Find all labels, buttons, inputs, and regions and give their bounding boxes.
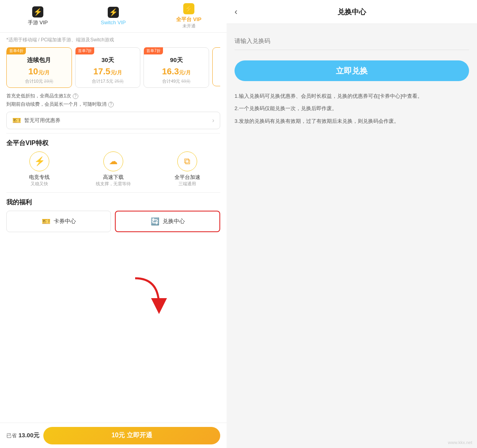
divider-1 [6,133,220,134]
my-benefits-title: 我的福利 [6,198,220,207]
note-text: *适用于移动端 / PC端加速手游、端游及Switch游戏 [6,37,220,43]
card-center-icon: 🎫 [42,217,50,226]
redeem-notes: 1.输入兑换码可兑换优惠券、会员时长权益，兑换的优惠券可在[卡券中心]中查看。 … [235,87,469,429]
download-desc: 线支撑，无需等待 [96,181,131,187]
plan-name-90: 90天 [147,56,206,64]
plan-price-90: 16.3元/月 [147,66,206,77]
feature-esports: ⚡ 电竞专线 又稳又快 [6,151,72,187]
info-line-2: 到期前自动续费，会员延长一个月，可随时取消 ? [6,101,220,108]
plan-card-overflow-hint [212,47,220,88]
redeem-center-icon: 🔄 [151,217,159,226]
coupon-arrow-icon: › [212,117,214,124]
spacer [6,238,220,258]
left-panel: ⚡ 手游 VIP ⚡ Switch VIP ⚡ 全平台 VIP 未开通 *适用于… [0,0,227,448]
tab-mobile-vip[interactable]: ⚡ 手游 VIP [0,0,76,32]
esports-name: 电竞专线 [29,174,50,181]
back-button[interactable]: ‹ [235,7,237,17]
right-header: ‹ 兑换中心 [227,0,477,24]
redeem-input-area [235,32,469,50]
bottom-bar: 已省 13.00元 10元 立即开通 [0,423,227,448]
redeem-center-btn[interactable]: 🔄 兑换中心 [115,211,220,232]
all-platform-label: 全平台 VIP [176,16,202,23]
plan-name-monthly: 连续包月 [10,56,68,64]
esports-icon: ⚡ [29,151,49,171]
download-name: 高速下载 [103,174,124,181]
tabs-bar: ⚡ 手游 VIP ⚡ Switch VIP ⚡ 全平台 VIP 未开通 [0,0,227,33]
plan-sub-monthly: 合计10元 23元 [10,78,68,84]
badge-monthly: 首单4折 [7,47,26,54]
plan-card-monthly[interactable]: 首单4折 连续包月 10元/月 合计10元 23元 [6,47,72,88]
right-panel: ‹ 兑换中心 立即兑换 1.输入兑换码可兑换优惠券、会员时长权益，兑换的优惠券可… [227,0,477,448]
feature-download: ☁ 高速下载 线支撑，无需等待 [80,151,146,187]
tab-all-platform-vip[interactable]: ⚡ 全平台 VIP 未开通 [151,0,227,32]
switch-vip-label: Switch VIP [101,19,126,25]
divider-2 [6,192,220,193]
redeem-center-label: 兑换中心 [163,218,185,225]
all-platform-icon: ⚡ [183,3,194,14]
redeem-note-1: 1.输入兑换码可兑换优惠券、会员时长权益，兑换的优惠券可在[卡券中心]中查看。 [235,91,469,101]
saved-info: 已省 13.00元 [6,432,39,439]
allplatform-desc: 三端通用 [178,181,196,187]
plan-cards: 首单4折 连续包月 10元/月 合计10元 23元 首单7折 30天 17.5元… [6,47,220,88]
info-line-1: 首充史低折扣，全商品生效1次 ? [6,93,220,99]
plan-sub-90: 合计49元 69元 [147,78,206,84]
plan-price-30: 17.5元/月 [79,66,137,77]
saved-label: 已省 [6,432,17,438]
coupon-text: 暂无可用优惠券 [24,117,212,124]
plan-price-monthly: 10元/月 [10,66,68,77]
coupon-icon: 🎫 [12,116,21,125]
benefits-row: 🎫 卡券中心 🔄 兑换中心 [6,211,220,232]
allplatform-name: 全平台加速 [175,174,200,181]
feature-allplatform: ⧉ 全平台加速 三端通用 [154,151,220,187]
card-center-btn[interactable]: 🎫 卡券中心 [6,211,111,232]
esports-desc: 又稳又快 [31,181,48,187]
tab-switch-vip[interactable]: ⚡ Switch VIP [76,0,151,32]
card-center-label: 卡券中心 [54,218,76,225]
badge-90: 首单7折 [144,47,163,54]
badge-30: 首单7折 [76,47,95,54]
watermark-area: www.kkx.net [227,437,477,448]
redeem-note-2: 2.一个兑换码仅能兑换一次，兑换后即作废。 [235,104,469,113]
right-body: 立即兑换 1.输入兑换码可兑换优惠券、会员时长权益，兑换的优惠券可在[卡券中心]… [227,24,477,437]
mobile-vip-label: 手游 VIP [28,19,48,26]
mobile-vip-icon: ⚡ [32,6,43,17]
plan-card-30[interactable]: 首单7折 30天 17.5元/月 合计17.5元 25元 [75,47,141,88]
plan-name-30: 30天 [79,56,137,64]
saved-amount: 13.00元 [18,432,39,438]
allplatform-icon: ⧉ [177,151,197,171]
redeem-note-3: 3.发放的兑换码有兑换有效期，过了有效期后未兑换，则兑换码会作废。 [235,116,469,126]
content-area: *适用于移动端 / PC端加速手游、端游及Switch游戏 首单4折 连续包月 … [0,33,227,423]
redeem-btn[interactable]: 立即兑换 [235,60,469,81]
info-icon-2: ? [108,102,114,107]
coupon-row[interactable]: 🎫 暂无可用优惠券 › [6,112,220,129]
open-vip-btn[interactable]: 10元 立即开通 [43,427,220,444]
download-icon: ☁ [103,151,123,171]
info-icon-1: ? [73,93,78,99]
features-row: ⚡ 电竞专线 又稳又快 ☁ 高速下载 线支撑，无需等待 ⧉ 全平台加速 三端通用 [6,151,220,187]
plan-sub-30: 合计17.5元 25元 [79,78,137,84]
switch-vip-icon: ⚡ [108,7,119,18]
redeem-input[interactable] [235,32,469,50]
plan-card-90[interactable]: 首单7折 90天 16.3元/月 合计49元 69元 [143,47,209,88]
vip-privileges-title: 全平台VIP特权 [6,139,220,147]
watermark: www.kkx.net [227,437,477,448]
all-platform-sublabel: 未开通 [182,23,196,29]
right-title: 兑换中心 [337,7,366,17]
